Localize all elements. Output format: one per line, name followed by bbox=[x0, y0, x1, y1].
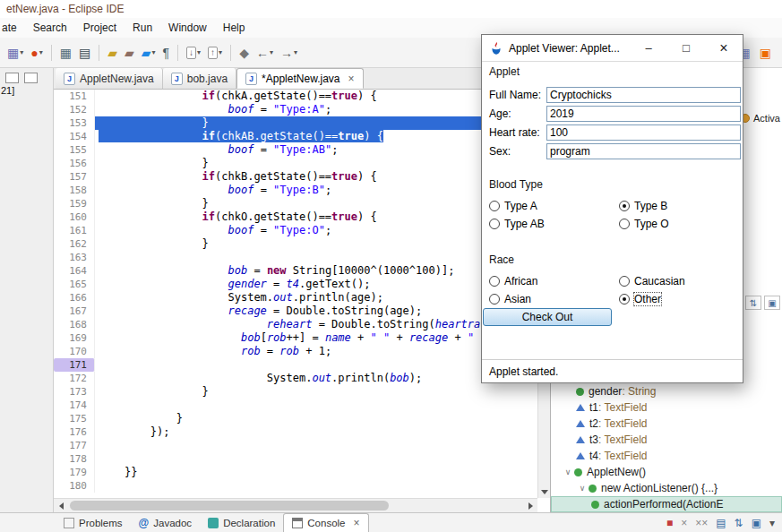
filter-fields-icon[interactable]: ▣ bbox=[764, 296, 780, 310]
code-line[interactable]: 173 } bbox=[54, 385, 537, 399]
close-icon[interactable]: × bbox=[348, 73, 354, 85]
outline-item[interactable]: t1 : TextField bbox=[551, 399, 782, 416]
horizontal-scroll-thumb[interactable] bbox=[70, 501, 389, 511]
code-line[interactable]: 168 reheart = Double.toString(heartra bbox=[54, 318, 537, 331]
view-tab-console[interactable]: Console× bbox=[283, 513, 368, 532]
field-input-age[interactable] bbox=[546, 106, 741, 122]
code-line[interactable]: 163 bbox=[54, 251, 537, 264]
code-line[interactable]: 155 boof = "Type:AB"; bbox=[54, 143, 537, 157]
remove-launch-icon[interactable]: × bbox=[681, 518, 687, 528]
scroll-left-arrow-icon[interactable] bbox=[54, 499, 68, 512]
scroll-lock-icon[interactable]: ⇅ bbox=[735, 518, 743, 528]
forward-icon[interactable]: →▾ bbox=[278, 45, 300, 61]
code-line[interactable]: 172 System.out.println(bob); bbox=[54, 372, 537, 385]
code-line[interactable]: 165 gender = t4.getText(); bbox=[54, 278, 537, 291]
maximize-button[interactable]: □ bbox=[667, 35, 705, 61]
new-folder-icon[interactable]: ▰ bbox=[105, 45, 120, 61]
code-line[interactable]: 169 bob[rob++] = name + " " + recage + " bbox=[54, 331, 537, 345]
view-tab-declaration[interactable]: Declaration bbox=[200, 513, 283, 532]
code-line[interactable]: 158 boof = "Type:B"; bbox=[54, 184, 537, 197]
applet-titlebar[interactable]: Applet Viewer: Applet... – □ × bbox=[482, 35, 743, 62]
check-out-button[interactable]: Check Out bbox=[483, 308, 612, 326]
format-icon[interactable]: ▰▾ bbox=[139, 45, 159, 61]
code-editor[interactable]: 151 if(chkA.getState()==true) {152 boof … bbox=[54, 90, 537, 498]
code-line[interactable]: 176 }); bbox=[54, 425, 537, 439]
terminate-icon[interactable]: ■ bbox=[666, 518, 673, 528]
radio-caucasian[interactable]: Caucasian bbox=[619, 272, 743, 290]
expand-chevron-icon[interactable]: ∨ bbox=[576, 484, 589, 493]
code-line[interactable]: 180 bbox=[54, 479, 537, 493]
show-whitespace-icon[interactable]: ¶ bbox=[160, 45, 173, 61]
outline-item[interactable]: ∨AppletNew() bbox=[551, 464, 782, 480]
editor-tab[interactable]: Jbob.java bbox=[163, 68, 236, 89]
outline-item[interactable]: gender : String bbox=[551, 383, 782, 399]
code-line[interactable]: 177 bbox=[54, 439, 537, 452]
menu-window[interactable]: Window bbox=[160, 19, 215, 37]
outline-item[interactable]: t4 : TextField bbox=[551, 448, 782, 464]
editor-tab[interactable]: JAppletNew.java bbox=[56, 68, 163, 89]
radio-other[interactable]: Other bbox=[619, 290, 743, 308]
outline-item[interactable]: actionPerformed(ActionE bbox=[551, 496, 782, 512]
last-edit-location-icon[interactable]: ◆ bbox=[236, 45, 252, 61]
code-line[interactable]: 156 } bbox=[54, 157, 537, 170]
menu-help[interactable]: Help bbox=[215, 19, 254, 37]
code-line[interactable]: 159 } bbox=[54, 197, 537, 210]
field-input-sex[interactable] bbox=[546, 143, 741, 159]
radio-type-o[interactable]: Type O bbox=[619, 215, 743, 233]
menu-run[interactable]: Run bbox=[125, 19, 160, 37]
view-tab-problems[interactable]: Problems bbox=[56, 513, 131, 532]
close-button[interactable]: × bbox=[705, 35, 743, 61]
close-icon[interactable]: × bbox=[354, 517, 360, 529]
back-icon[interactable]: ←▾ bbox=[254, 45, 276, 61]
code-line[interactable]: 175 } bbox=[54, 412, 537, 425]
menu-search[interactable]: Search bbox=[25, 19, 75, 37]
outline-item[interactable]: t2 : TextField bbox=[551, 416, 782, 432]
scroll-down-arrow-icon[interactable] bbox=[538, 485, 550, 498]
view-tab-javadoc[interactable]: @Javadoc bbox=[131, 513, 201, 532]
code-line[interactable]: 174 bbox=[54, 399, 537, 412]
scroll-right-arrow-icon[interactable] bbox=[523, 499, 537, 512]
code-line[interactable]: 164 bob = new String[10000^(1000^100)]; bbox=[54, 264, 537, 278]
code-line[interactable]: 171 bbox=[54, 358, 537, 372]
code-line[interactable]: 151 if(chkA.getState()==true) { bbox=[54, 90, 537, 103]
code-line[interactable]: 179 }} bbox=[54, 466, 537, 479]
sort-icon[interactable]: ⇅ bbox=[745, 296, 761, 310]
code-line[interactable]: 167 recage = Double.toString(age); bbox=[54, 305, 537, 318]
java-perspective-icon[interactable]: ▣ bbox=[757, 45, 774, 61]
remove-all-launches-icon[interactable]: ×× bbox=[695, 518, 708, 528]
prev-annotation-icon[interactable]: ↑▾ bbox=[205, 45, 225, 61]
code-line[interactable]: 154 if(chkAB.getState()==true) { bbox=[54, 130, 537, 143]
activate-chip[interactable]: Activa bbox=[741, 113, 780, 124]
radio-african[interactable]: African bbox=[489, 272, 619, 290]
code-line[interactable]: 162 } bbox=[54, 237, 537, 251]
outline-item[interactable]: ∨new ActionListener() {...} bbox=[551, 480, 782, 496]
clear-console-icon[interactable]: ▤ bbox=[716, 518, 726, 528]
radio-type-ab[interactable]: Type AB bbox=[489, 215, 619, 233]
code-line[interactable]: 161 boof = "Type:O"; bbox=[54, 224, 537, 237]
editor-tab[interactable]: J*AppletNew.java× bbox=[236, 68, 363, 89]
applet-menu[interactable]: Applet bbox=[489, 65, 520, 78]
print-icon[interactable]: ▤ bbox=[76, 45, 93, 61]
view-menu-icon[interactable] bbox=[24, 73, 38, 83]
run-config-icon[interactable]: ●▾ bbox=[28, 45, 45, 61]
code-line[interactable]: 160 if(chkO.getState()==true) { bbox=[54, 210, 537, 224]
display-selected-console-icon[interactable]: ▾ bbox=[769, 518, 775, 528]
editor-horizontal-scrollbar[interactable] bbox=[54, 498, 537, 512]
expand-chevron-icon[interactable]: ∨ bbox=[562, 468, 574, 476]
menu-project[interactable]: Project bbox=[75, 19, 125, 37]
minimize-button[interactable]: – bbox=[630, 35, 667, 61]
field-input-fullname[interactable] bbox=[546, 87, 741, 103]
open-resource-icon[interactable]: ▰ bbox=[122, 45, 137, 61]
radio-type-b[interactable]: Type B bbox=[619, 197, 743, 215]
code-line[interactable]: 170 rob = rob + 1; bbox=[54, 345, 537, 358]
restore-view-icon[interactable] bbox=[5, 73, 19, 83]
radio-type-a[interactable]: Type A bbox=[489, 197, 619, 215]
next-annotation-icon[interactable]: ↓▾ bbox=[184, 45, 203, 61]
code-line[interactable]: 178 bbox=[54, 452, 537, 466]
radio-asian[interactable]: Asian bbox=[489, 290, 619, 308]
code-line[interactable]: 152 boof = "Type:A"; bbox=[54, 103, 537, 116]
open-type-icon[interactable]: ▦ bbox=[57, 45, 74, 61]
code-line[interactable]: 153 } bbox=[54, 116, 537, 130]
code-line[interactable]: 166 System.out.println(age); bbox=[54, 291, 537, 305]
menu-ate[interactable]: ate bbox=[0, 19, 25, 37]
